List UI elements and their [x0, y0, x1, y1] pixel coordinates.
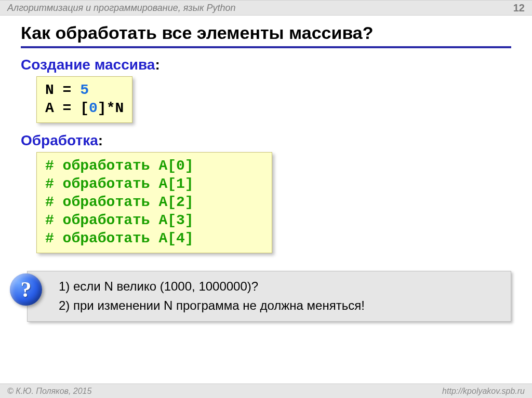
section-create-array: Создание массива: — [21, 57, 511, 73]
footer-bar: © К.Ю. Поляков, 2015 http://kpolyakov.sp… — [0, 383, 532, 398]
code-line: A = [0]*N — [45, 99, 124, 117]
course-title: Алгоритмизация и программирование, язык … — [7, 3, 235, 13]
question-line2: 2) при изменении N программа не должна м… — [59, 296, 501, 315]
code-text: ]*N — [98, 100, 124, 116]
question-callout: ? 1) если N велико (1000, 1000000)? 2) п… — [27, 271, 511, 322]
page-number: 12 — [513, 2, 525, 14]
code-number: 0 — [89, 100, 98, 116]
slide: Алгоритмизация и программирование, язык … — [0, 0, 532, 398]
code-number: 5 — [80, 82, 89, 98]
question-mark-glyph: ? — [21, 279, 32, 300]
code-line: N = 5 — [45, 81, 124, 99]
code-comment: # обработать A[3] — [45, 211, 263, 229]
copyright: © К.Ю. Поляков, 2015 — [7, 387, 91, 396]
code-comment: # обработать A[2] — [45, 193, 263, 211]
code-comment: # обработать A[0] — [45, 157, 263, 175]
code-block-process: # обработать A[0] # обработать A[1] # об… — [36, 152, 272, 253]
section-process: Обработка: — [21, 132, 511, 149]
question-row: ? 1) если N велико (1000, 1000000)? 2) п… — [21, 271, 511, 322]
footer-url: http://kpolyakov.spb.ru — [442, 387, 525, 396]
code-block-create: N = 5 A = [0]*N — [36, 76, 132, 123]
header-bar: Алгоритмизация и программирование, язык … — [0, 0, 532, 16]
section-process-label: Обработка — [21, 132, 98, 148]
code-comment: # обработать A[1] — [45, 175, 263, 193]
section-create-label: Создание массива — [21, 57, 155, 73]
code-text: A = [ — [45, 100, 89, 116]
code-comment: # обработать A[4] — [45, 229, 263, 248]
question-mark-icon: ? — [10, 273, 42, 306]
question-line1: 1) если N велико (1000, 1000000)? — [59, 277, 501, 296]
slide-title: Как обработать все элементы массива? — [21, 23, 511, 48]
content: Создание массива: N = 5 A = [0]*N Обрабо… — [0, 48, 532, 322]
code-text: N = — [45, 82, 80, 98]
title-wrap: Как обработать все элементы массива? — [0, 16, 532, 48]
